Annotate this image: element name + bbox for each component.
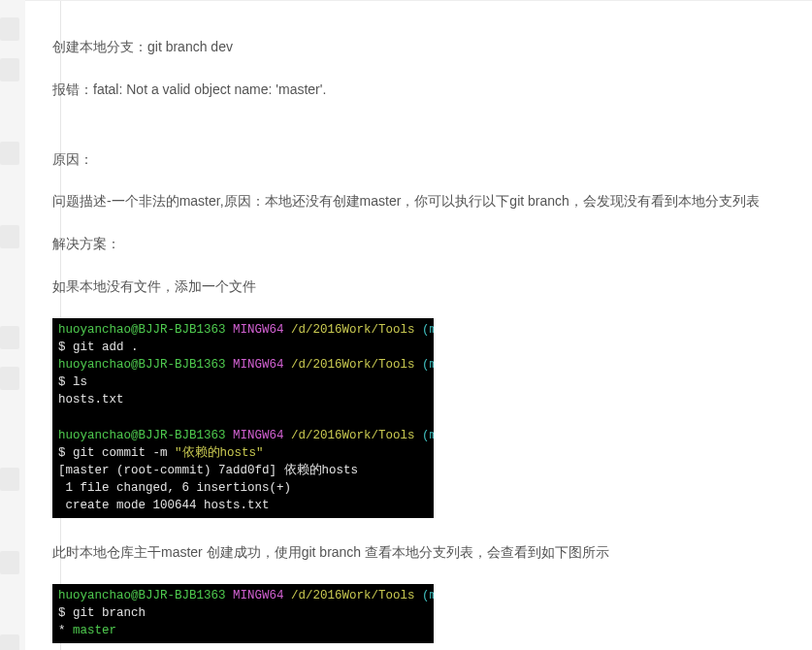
sidebar-item[interactable] — [0, 58, 19, 81]
terminal-line: hosts.txt — [58, 393, 124, 406]
terminal-line: $ git add . — [58, 341, 139, 354]
prompt-branch: (master) — [422, 429, 434, 442]
sidebar-item[interactable] — [0, 634, 19, 650]
prompt-userhost: huoyanchao@BJJR-BJB1363 — [58, 323, 233, 337]
sidebar-item[interactable] — [0, 326, 19, 349]
prompt-branch: (master) — [422, 589, 434, 602]
prompt-shell: MINGW64 — [233, 358, 291, 372]
prompt-shell: MINGW64 — [233, 323, 291, 337]
paragraph: 报错：fatal: Not a valid object name: 'mast… — [52, 79, 785, 102]
sidebar-item[interactable] — [0, 225, 19, 248]
sidebar-item[interactable] — [0, 551, 19, 574]
terminal-line: [master (root-commit) 7add0fd] 依赖的hosts — [58, 464, 358, 477]
sidebar-fragment — [0, 0, 25, 650]
prompt-path: /d/2016Work/Tools — [291, 589, 422, 602]
prompt-branch: (master) — [422, 358, 434, 372]
terminal-line: * — [58, 624, 73, 637]
prompt-path: /d/2016Work/Tools — [291, 358, 422, 372]
paragraph: 解决方案： — [52, 233, 785, 256]
paragraph: 问题描述-一个非法的master,原因：本地还没有创建master，你可以执行以… — [52, 190, 785, 213]
prompt-userhost: huoyanchao@BJJR-BJB1363 — [58, 589, 233, 602]
prompt-userhost: huoyanchao@BJJR-BJB1363 — [58, 358, 233, 372]
prompt-shell: MINGW64 — [233, 429, 291, 442]
paragraph: 此时本地仓库主干master 创建成功，使用git branch 查看本地分支列… — [52, 541, 785, 565]
terminal-line: $ git branch — [58, 606, 146, 620]
terminal-line: "依赖的hosts" — [175, 446, 264, 460]
terminal-output: huoyanchao@BJJR-BJB1363 MINGW64 /d/2016W… — [52, 584, 434, 643]
article-body: 创建本地分支：git branch dev 报错：fatal: Not a va… — [25, 0, 812, 650]
paragraph: 如果本地没有文件，添加一个文件 — [52, 276, 785, 299]
paragraph: 原因： — [52, 148, 785, 172]
prompt-shell: MINGW64 — [233, 589, 291, 602]
terminal-line: create mode 100644 hosts.txt — [58, 499, 270, 512]
terminal-line: 1 file changed, 6 insertions(+) — [58, 481, 291, 495]
terminal-output: huoyanchao@BJJR-BJB1363 MINGW64 /d/2016W… — [52, 318, 434, 518]
prompt-userhost: huoyanchao@BJJR-BJB1363 — [58, 429, 233, 442]
terminal-line: $ ls — [58, 375, 87, 389]
sidebar-item[interactable] — [0, 468, 19, 491]
sidebar-item[interactable] — [0, 17, 19, 41]
sidebar-item[interactable] — [0, 142, 19, 165]
prompt-branch: (master) — [422, 323, 434, 337]
terminal-line: $ git commit -m — [58, 446, 175, 460]
prompt-path: /d/2016Work/Tools — [291, 429, 422, 442]
paragraph: 创建本地分支：git branch dev — [52, 36, 785, 59]
terminal-line: master — [73, 624, 116, 637]
sidebar-item[interactable] — [0, 367, 19, 390]
prompt-path: /d/2016Work/Tools — [291, 323, 422, 337]
